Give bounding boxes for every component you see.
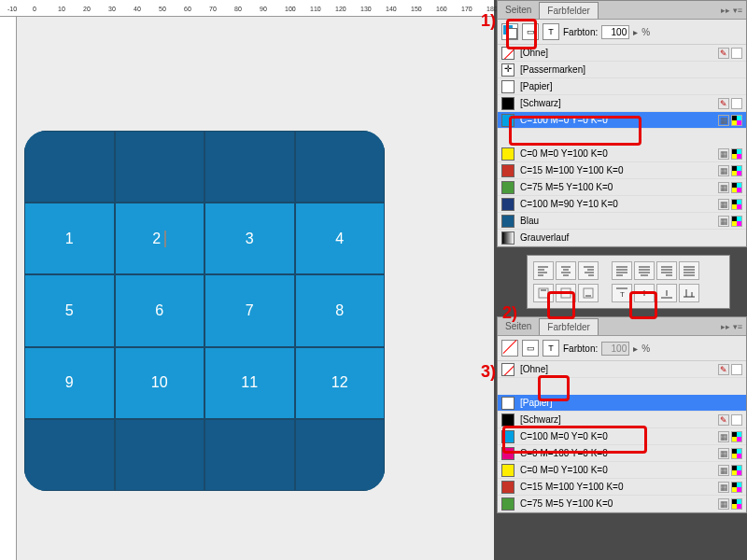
swatch-meta-icons: ▦	[718, 465, 742, 476]
noedit-icon	[731, 98, 742, 109]
farbton-input[interactable]	[601, 25, 629, 39]
justify-center-button[interactable]	[634, 261, 655, 280]
global-icon: ▦	[718, 182, 729, 193]
text-mode-icon[interactable]: T	[543, 23, 559, 40]
swatch-row[interactable]: C=15 M=100 Y=100 K=0▦	[498, 479, 746, 496]
swatch-chip-icon	[501, 447, 514, 460]
grid-cell[interactable]: 10	[115, 347, 205, 419]
container-mode-icon[interactable]: ▭	[522, 23, 539, 40]
align-right-button[interactable]	[578, 261, 599, 280]
swatch-row[interactable]: C=75 M=5 Y=100 K=0▦	[498, 179, 746, 196]
swatch-chip-icon	[501, 430, 514, 443]
farbton-slider-icon[interactable]: ▸	[633, 343, 638, 354]
grid-cell[interactable]: 7	[204, 274, 295, 346]
swatch-chip-icon	[501, 164, 514, 177]
swatch-meta-icons	[718, 414, 742, 426]
panel-menu-icon[interactable]: ▸▸ ▾≡	[721, 6, 742, 15]
swatch-meta-icons: ▦	[718, 148, 742, 160]
farbton-input[interactable]	[601, 342, 629, 356]
justify-left-button[interactable]	[612, 261, 632, 280]
swatch-row[interactable]: [Papier]	[498, 78, 746, 95]
grid-cell[interactable]: 2	[115, 203, 205, 274]
grid-cell[interactable]: 5	[24, 274, 115, 346]
align-to-center-button[interactable]	[634, 284, 655, 302]
valign-center-button[interactable]	[556, 284, 576, 302]
swatch-row[interactable]: [Ohne]	[498, 45, 746, 62]
tab-farbfelder[interactable]: Farbfelder	[539, 2, 599, 19]
swatch-row[interactable]: C=75 M=5 Y=100 K=0▦	[498, 496, 746, 512]
swatch-row[interactable]: C=0 M=0 Y=100 K=0▦	[498, 146, 746, 162]
ruler-tick: 70	[209, 6, 217, 12]
ruler-tick: 160	[436, 6, 447, 12]
tab-farbfelder[interactable]: Farbfelder	[539, 318, 599, 335]
swatch-meta-icons	[718, 364, 742, 375]
swatch-row[interactable]: [Ohne]	[498, 361, 746, 378]
swatch-row[interactable]: Grauverlauf	[498, 230, 746, 246]
valign-bottom-button[interactable]	[578, 284, 599, 302]
swatch-row[interactable]: C=100 M=90 Y=10 K=0▦	[498, 196, 746, 213]
swatch-row[interactable]: C=0 M=100 Y=0 K=0▦	[498, 445, 746, 462]
swatch-row[interactable]: [Schwarz]	[498, 412, 746, 428]
ruler-tick: 120	[335, 6, 346, 12]
grid-cell[interactable]	[295, 131, 386, 203]
grid-cell[interactable]: 8	[295, 274, 386, 346]
grid-cell[interactable]: 4	[295, 203, 386, 274]
grid-cell[interactable]	[204, 131, 295, 203]
grid-cell[interactable]: 3	[204, 203, 295, 274]
swatch-label: C=75 M=5 Y=100 K=0	[520, 182, 613, 192]
global-icon: ▦	[718, 148, 729, 160]
grid-cell[interactable]	[115, 131, 205, 203]
swatch-label: [Ohne]	[520, 364, 548, 374]
swatch-row[interactable]: Blau▦	[498, 213, 746, 230]
swatch-chip-icon	[501, 464, 514, 477]
grid-cell[interactable]	[295, 419, 386, 491]
swatch-meta-icons: ▦	[718, 199, 742, 210]
swatch-row[interactable]: C=15 M=100 Y=100 K=0▦	[498, 162, 746, 179]
swatch-row[interactable]: C=100 M=0 Y=0 K=0▦	[498, 428, 746, 445]
cmyk-icon	[731, 431, 742, 442]
ruler-vertical	[0, 17, 17, 560]
swatch-row[interactable]: C=0 M=0 Y=100 K=0▦	[498, 462, 746, 479]
justify-right-button[interactable]	[656, 261, 677, 280]
grid-cell[interactable]: 12	[295, 347, 386, 419]
swatch-row[interactable]: [Schwarz]	[498, 95, 746, 112]
grid-cell[interactable]: 6	[115, 274, 205, 346]
cmyk-icon	[731, 498, 742, 510]
container-mode-icon[interactable]: ▭	[522, 340, 539, 357]
grid-inner: 123456789101112	[24, 131, 385, 491]
fill-stroke-toggle[interactable]	[501, 23, 518, 40]
grid-cell[interactable]	[24, 131, 115, 203]
tab-seiten[interactable]: Seiten	[498, 2, 539, 18]
swatch-row[interactable]: [Papier]	[498, 395, 746, 412]
global-icon: ▦	[718, 115, 729, 126]
justify-all-button[interactable]	[679, 261, 699, 280]
swatch-label: C=15 M=100 Y=100 K=0	[520, 482, 623, 492]
swatch-label: [Passermarken]	[520, 64, 585, 75]
grid-cell[interactable]: 1	[24, 203, 115, 274]
align-to-bottom-button[interactable]	[656, 284, 677, 302]
panel-tabs: Seiten Farbfelder ▸▸ ▾≡	[498, 1, 746, 20]
align-to-baseline-button[interactable]	[679, 284, 699, 302]
grid-cell[interactable]: 11	[204, 347, 295, 419]
swatch-row[interactable]: [Passermarken]	[498, 62, 746, 78]
align-center-button[interactable]	[556, 261, 576, 280]
farbton-slider-icon[interactable]: ▸	[633, 27, 638, 37]
valign-top-button[interactable]	[533, 284, 554, 302]
swatch-chip-icon	[501, 47, 514, 60]
align-left-button[interactable]	[533, 261, 554, 280]
grid-cell[interactable]	[115, 419, 205, 491]
swatch-chip-icon	[501, 80, 514, 93]
fill-stroke-row: ▭ T Farbton: ▸ %	[498, 336, 746, 361]
swatch-row[interactable]: C=100 M=0 Y=0 K=0▦	[498, 112, 746, 129]
grid-cell[interactable]	[24, 419, 115, 491]
grid-cell[interactable]: 9	[24, 347, 115, 419]
panel-menu-icon[interactable]: ▸▸ ▾≡	[721, 322, 742, 331]
align-to-top-button[interactable]: T	[612, 284, 632, 302]
cmyk-icon	[731, 182, 742, 193]
fill-stroke-toggle[interactable]	[501, 340, 518, 357]
grid-cell[interactable]	[204, 419, 295, 491]
swatch-list-1: [Ohne][Passermarken][Papier][Schwarz]C=1…	[498, 45, 746, 246]
cmyk-icon	[731, 199, 742, 210]
calendar-grid-object[interactable]: 123456789101112	[24, 131, 385, 491]
text-mode-icon[interactable]: T	[543, 340, 559, 357]
